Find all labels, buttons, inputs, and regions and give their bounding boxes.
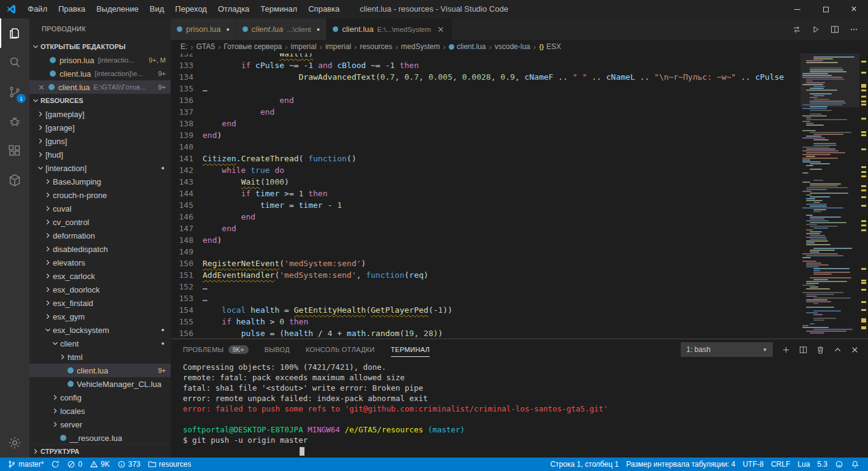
tree-item[interactable]: crouch-n-prone <box>29 188 171 202</box>
activity-explorer[interactable] <box>0 18 29 48</box>
activity-run-debug[interactable] <box>0 107 29 136</box>
panel-tab-КОНСОЛЬ ОТЛАДКИ[interactable]: КОНСОЛЬ ОТЛАДКИ <box>306 339 375 360</box>
breadcrumb-item[interactable]: resources <box>360 42 392 51</box>
minimap[interactable] <box>800 53 859 339</box>
breadcrumb-item[interactable]: E: <box>180 42 187 51</box>
status-infos[interactable]: 373 <box>114 458 144 471</box>
resources-header[interactable]: RESOURCES <box>29 94 171 107</box>
code-token: () <box>347 154 357 163</box>
open-changes-icon[interactable] <box>792 25 802 34</box>
tab-client.lua[interactable]: client.lua...\client● <box>236 18 327 40</box>
open-editors-list: prison.lua[interactio...9+, Mclient.lua[… <box>29 53 171 94</box>
menu-item[interactable]: Терминал <box>255 0 303 18</box>
terminal-select[interactable]: 1: bash ▼ <box>681 342 773 357</box>
tree-item[interactable]: html <box>29 350 171 364</box>
close-button[interactable]: × <box>840 0 868 18</box>
tree-item[interactable]: config <box>29 391 171 404</box>
split-terminal-icon[interactable] <box>799 345 808 354</box>
tab-client.lua[interactable]: client.luaE:\...\medSystem <box>327 18 452 40</box>
maximize-button[interactable] <box>812 0 840 18</box>
status-eol[interactable]: CRLF <box>767 458 794 471</box>
tree-item[interactable]: __resource.lua <box>29 431 171 445</box>
breadcrumb-item[interactable]: GTA5 <box>196 42 215 51</box>
tree-item[interactable]: [garage] <box>29 121 171 134</box>
panel-tab-ВЫВОД[interactable]: ВЫВОД <box>265 339 290 360</box>
tree-item[interactable]: [interaction]● <box>29 161 171 175</box>
tree-item[interactable]: esx_doorlock <box>29 283 171 296</box>
status-warnings[interactable]: 9K <box>86 458 114 471</box>
status-cursor-position[interactable]: Строка 1, столбец 1 <box>546 458 622 471</box>
tree-item[interactable]: [gameplay] <box>29 107 171 121</box>
menu-item[interactable]: Вид <box>144 0 170 18</box>
menu-item[interactable]: Файл <box>22 0 53 18</box>
breadcrumb-item[interactable]: imperial <box>325 42 351 51</box>
activity-source-control[interactable]: 1 <box>0 77 29 107</box>
status-git-branch[interactable]: master* <box>4 458 47 471</box>
line-number: 146 <box>171 211 203 223</box>
tree-item[interactable]: disabledispatch <box>29 242 171 256</box>
tree-item[interactable]: elevators <box>29 256 171 269</box>
tree-item[interactable]: client.lua9+ <box>29 364 171 377</box>
status-sync[interactable] <box>47 458 63 471</box>
breadcrumb-item[interactable]: vscode-lua <box>495 42 530 51</box>
menu-item[interactable]: Справка <box>303 0 345 18</box>
tree-item[interactable]: VehicleManager_CL.lua <box>29 377 171 391</box>
breadcrumb-item[interactable]: Готовые сервера <box>223 42 282 51</box>
code-area[interactable]: 132 Wait(1)133 if cPulse ~= -1 and cBloo… <box>171 53 868 339</box>
open-editor-item[interactable]: client.luaE:\GTA5\Готов...9+ <box>29 80 171 94</box>
line-number: 140 <box>171 141 203 153</box>
tree-item[interactable]: esx_gym <box>29 310 171 323</box>
overview-ruler[interactable] <box>859 53 868 339</box>
status-feedback[interactable] <box>831 458 847 471</box>
open-editor-item[interactable]: client.lua[interaction]\e...9+ <box>29 67 171 80</box>
open-editors-header[interactable]: ОТКРЫТЫЕ РЕДАКТОРЫ <box>29 40 171 53</box>
maximize-panel-icon[interactable] <box>833 345 842 354</box>
kill-terminal-icon[interactable] <box>816 345 825 354</box>
status-encoding[interactable]: UTF-8 <box>739 458 767 471</box>
panel-tab-ПРОБЛЕМЫ[interactable]: ПРОБЛЕМЫ9K+ <box>183 339 249 360</box>
activity-search[interactable] <box>0 48 29 77</box>
code-token: .. <box>635 72 654 82</box>
tree-item[interactable]: cuval <box>29 202 171 215</box>
breadcrumb-item[interactable]: medSystem <box>401 42 440 51</box>
new-terminal-icon[interactable] <box>781 345 791 354</box>
menu-item[interactable]: Отладка <box>212 0 255 18</box>
panel-tab-ТЕРМИНАЛ[interactable]: ТЕРМИНАЛ <box>391 339 430 360</box>
menu-item[interactable]: Переход <box>169 0 212 18</box>
tree-item[interactable]: deformation <box>29 229 171 242</box>
activity-package[interactable] <box>0 166 29 195</box>
status-errors[interactable]: 0 <box>63 458 86 471</box>
breadcrumb-item[interactable]: {}ESX <box>539 42 561 51</box>
tree-item[interactable]: esx_locksystem● <box>29 323 171 337</box>
status-indentation[interactable]: Размер интервала табуляции: 4 <box>622 458 739 471</box>
tree-item[interactable]: cv_control <box>29 215 171 229</box>
code-token: 0.9 <box>500 72 514 82</box>
split-editor-icon[interactable] <box>830 25 840 34</box>
status-notifications[interactable] <box>847 458 863 471</box>
activity-extensions[interactable] <box>0 136 29 166</box>
tree-item[interactable]: server <box>29 418 171 431</box>
tree-item[interactable]: [hud] <box>29 148 171 161</box>
tree-item[interactable]: [guns] <box>29 134 171 148</box>
tab-prison.lua[interactable]: prison.lua● <box>171 18 236 40</box>
breadcrumb-item[interactable]: imperial <box>291 42 317 51</box>
close-panel-icon[interactable] <box>850 345 859 354</box>
menu-item[interactable]: Правка <box>53 0 91 18</box>
tree-item[interactable]: locales <box>29 404 171 418</box>
run-icon[interactable] <box>811 25 821 34</box>
activity-settings[interactable] <box>0 428 29 458</box>
tree-item[interactable]: esx_carlock <box>29 269 171 283</box>
status-lua-version[interactable]: 5.3 <box>813 458 831 471</box>
status-folder-resources[interactable]: resources <box>144 458 195 471</box>
structure-section[interactable]: СТРУКТУРА <box>29 444 171 458</box>
more-actions-icon[interactable] <box>849 25 859 34</box>
tree-item[interactable]: client● <box>29 337 171 350</box>
status-language[interactable]: Lua <box>794 458 813 471</box>
tree-item[interactable]: esx_firstaid <box>29 296 171 310</box>
terminal[interactable]: Compressing objects: 100% (7421/7421), d… <box>171 360 868 458</box>
tree-item[interactable]: BaseJumping <box>29 175 171 188</box>
breadcrumb-item[interactable]: client.lua <box>449 42 486 51</box>
open-editor-item[interactable]: prison.lua[interactio...9+, M <box>29 53 171 67</box>
menu-item[interactable]: Выделение <box>91 0 144 18</box>
minimize-button[interactable] <box>783 0 812 18</box>
